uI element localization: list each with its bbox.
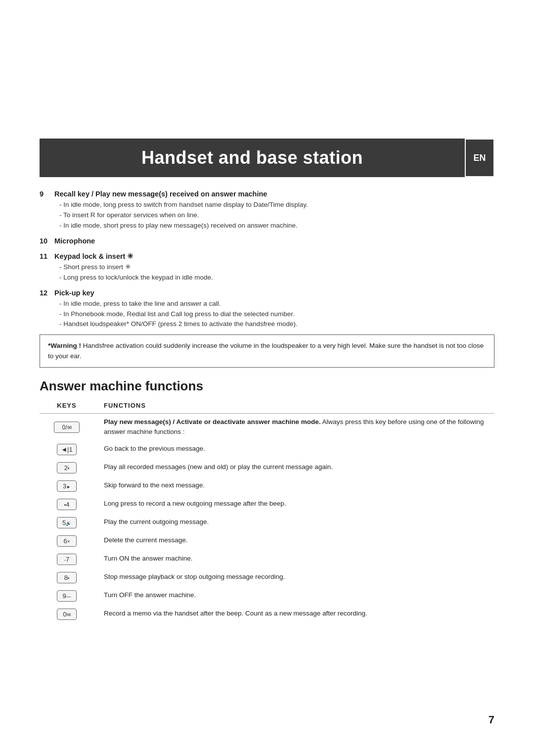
function-cell: Turn OFF the answer machine. bbox=[94, 587, 494, 605]
function-normal-text: Turn OFF the answer machine. bbox=[104, 591, 196, 599]
item-9: 9 Recall key / Play new message(s) recei… bbox=[40, 189, 494, 231]
item-12-title: Pick-up key bbox=[54, 289, 94, 297]
item-9-sub3: - In idle mode, short press to play new … bbox=[59, 221, 494, 231]
item-10: 10 Microphone bbox=[40, 236, 494, 247]
section-content: 9 Recall key / Play new message(s) recei… bbox=[40, 189, 494, 368]
function-cell: Play the current outgoing message. bbox=[94, 514, 494, 532]
item-9-title: Recall key / Play new message(s) receive… bbox=[54, 190, 267, 198]
warning-text: Handsfree activation could suddenly incr… bbox=[48, 342, 484, 359]
col-functions-header: Functions bbox=[94, 402, 494, 414]
item-11: 11 Keypad lock & insert ✳ - Short press … bbox=[40, 251, 494, 283]
table-row: 5🔊Play the current outgoing message. bbox=[40, 514, 494, 532]
table-row: 8•Stop message playback or stop outgoing… bbox=[40, 568, 494, 587]
function-cell: Record a memo via the handset after the … bbox=[94, 605, 494, 623]
function-cell: Skip forward to the next message. bbox=[94, 477, 494, 495]
table-row: 6×Delete the current message. bbox=[40, 532, 494, 550]
function-cell: Turn ON the answer machine. bbox=[94, 550, 494, 568]
table-row: ◄|1Go back to the previous message. bbox=[40, 440, 494, 459]
item-12-sub1: - In idle mode, press to take the line a… bbox=[59, 299, 494, 309]
key-cell: 0/✉ bbox=[40, 413, 94, 440]
key-cell: 9— bbox=[40, 587, 94, 605]
function-normal-text: Go back to the previous message. bbox=[104, 445, 205, 452]
key-cell: 6× bbox=[40, 532, 94, 550]
function-normal-text: Turn ON the answer machine. bbox=[104, 555, 193, 562]
page-number: 7 bbox=[489, 713, 494, 726]
key-cell: ◄|1 bbox=[40, 440, 94, 459]
page-title: Handset and base station bbox=[40, 139, 465, 177]
item-9-sub2: - To insert R for operator services when… bbox=[59, 210, 494, 221]
item-11-sub2: - Long press to lock/unlock the keypad i… bbox=[59, 273, 494, 283]
table-row: 9—Turn OFF the answer machine. bbox=[40, 587, 494, 605]
item-9-number: 9 bbox=[40, 189, 54, 231]
function-normal-text: Long press to record a new outgoing mess… bbox=[104, 500, 286, 507]
amf-table-header: Keys Functions bbox=[40, 402, 494, 414]
key-cell: 8• bbox=[40, 568, 94, 587]
function-normal-text: Play the current outgoing message. bbox=[104, 518, 209, 525]
item-11-sub1: - Short press to insert ✳ bbox=[59, 262, 494, 273]
item-12-sub3: - Handset loudspeaker* ON/OFF (press 2 t… bbox=[59, 319, 494, 330]
key-cell: 3► bbox=[40, 477, 94, 495]
table-row: 2•Play all recorded messages (new and ol… bbox=[40, 459, 494, 477]
function-bold-text: Play new message(s) / Activate or deacti… bbox=[104, 418, 320, 425]
function-cell: Play all recorded messages (new and old)… bbox=[94, 459, 494, 477]
item-10-body: Microphone bbox=[54, 236, 494, 247]
function-normal-text: Stop message playback or stop outgoing m… bbox=[104, 573, 285, 580]
function-cell: Stop message playback or stop outgoing m… bbox=[94, 568, 494, 587]
item-12-number: 12 bbox=[40, 288, 54, 330]
warning-box: *Warning ! Handsfree activation could su… bbox=[40, 334, 494, 368]
function-normal-text: Skip forward to the next message. bbox=[104, 481, 205, 489]
function-normal-text: Play all recorded messages (new and old)… bbox=[104, 463, 333, 471]
amf-section-title: Answer machine functions bbox=[40, 378, 494, 394]
function-cell: Go back to the previous message. bbox=[94, 440, 494, 459]
function-cell: Delete the current message. bbox=[94, 532, 494, 550]
item-9-body: Recall key / Play new message(s) receive… bbox=[54, 189, 494, 231]
item-11-number: 11 bbox=[40, 251, 54, 283]
language-badge: EN bbox=[465, 139, 494, 177]
item-10-title: Microphone bbox=[54, 237, 95, 245]
table-row: 0/✉Play new message(s) / Activate or dea… bbox=[40, 413, 494, 440]
table-row: •4Long press to record a new outgoing me… bbox=[40, 495, 494, 514]
item-11-body: Keypad lock & insert ✳ - Short press to … bbox=[54, 251, 494, 283]
function-normal-text: Delete the current message. bbox=[104, 536, 188, 544]
item-10-number: 10 bbox=[40, 236, 54, 247]
table-row: 0✉Record a memo via the handset after th… bbox=[40, 605, 494, 623]
item-12: 12 Pick-up key - In idle mode, press to … bbox=[40, 288, 494, 330]
key-cell: -7 bbox=[40, 550, 94, 568]
amf-table: Keys Functions 0/✉Play new message(s) / … bbox=[40, 402, 494, 624]
table-row: 3►Skip forward to the next message. bbox=[40, 477, 494, 495]
key-cell: 0✉ bbox=[40, 605, 94, 623]
item-9-sub1: - In idle mode, long press to switch fro… bbox=[59, 200, 494, 210]
item-12-body: Pick-up key - In idle mode, press to tak… bbox=[54, 288, 494, 330]
col-keys-header: Keys bbox=[40, 402, 94, 414]
warning-label: *Warning ! bbox=[48, 342, 81, 349]
table-row: -7Turn ON the answer machine. bbox=[40, 550, 494, 568]
header-banner: Handset and base station EN bbox=[40, 139, 494, 177]
key-cell: •4 bbox=[40, 495, 94, 514]
function-cell: Play new message(s) / Activate or deacti… bbox=[94, 413, 494, 440]
key-cell: 5🔊 bbox=[40, 514, 94, 532]
item-12-sub2: - In Phonebook mode, Redial list and Cal… bbox=[59, 309, 494, 320]
page: Handset and base station EN 9 Recall key… bbox=[0, 0, 534, 756]
key-cell: 2• bbox=[40, 459, 94, 477]
function-normal-text: Record a memo via the handset after the … bbox=[104, 610, 367, 617]
item-11-title: Keypad lock & insert ✳ bbox=[54, 252, 134, 260]
function-cell: Long press to record a new outgoing mess… bbox=[94, 495, 494, 514]
